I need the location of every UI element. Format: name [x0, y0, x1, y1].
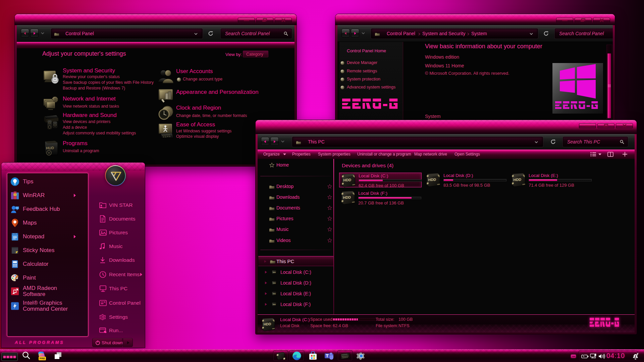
nav-desktop[interactable]: Desktop [276, 184, 293, 189]
start-right-thispc[interactable]: This PC [97, 282, 143, 295]
pin-star-icon[interactable] [327, 238, 332, 243]
category-title[interactable]: Hardware and Sound [63, 112, 117, 119]
network-icon[interactable] [590, 353, 597, 359]
pin-star-icon[interactable] [327, 205, 332, 210]
win3-nav-dropdown-icon[interactable] [281, 140, 284, 142]
devices-group-heading[interactable]: Devices and drives (4) [342, 163, 393, 169]
taskbar-app-store[interactable] [305, 350, 320, 361]
start-right-downloads[interactable]: Downloads [97, 253, 143, 267]
category-title[interactable]: Network and Internet [63, 96, 116, 102]
win1-search-icon[interactable] [284, 32, 288, 36]
win3-back-button[interactable] [261, 137, 269, 146]
win2-minimize-button[interactable] [556, 18, 573, 23]
win2-search-box[interactable]: Search Control Panel [555, 28, 613, 39]
start-app-sticky-notes[interactable]: Sticky Notes [5, 244, 78, 257]
category-title[interactable]: Ease of Access [176, 121, 215, 128]
win1-refresh-icon[interactable] [208, 31, 213, 36]
taskbar-search-icon[interactable] [22, 351, 31, 360]
win1-search-box[interactable]: Search Control Panel [221, 28, 292, 39]
shutdown-arrow-button[interactable] [123, 338, 133, 347]
start-button[interactable] [1, 353, 18, 361]
win1-back-button[interactable] [21, 29, 29, 38]
all-programs-label[interactable]: ALL PROGRAMS [15, 340, 64, 345]
win3-search-box[interactable]: Search This PC [563, 137, 628, 147]
win2-sidebar-item[interactable]: System protection [347, 77, 380, 81]
win3-refresh-icon[interactable] [550, 139, 556, 144]
nav-thispc[interactable]: This PC [276, 258, 294, 264]
start-right-documents[interactable]: Documents [97, 212, 143, 226]
win2-refresh-icon[interactable] [543, 31, 549, 36]
taskbar-app-teams[interactable] [321, 350, 336, 361]
expand-arrow-icon[interactable] [264, 260, 267, 263]
view-list-icon[interactable] [590, 152, 596, 157]
win2-maximize-button[interactable] [575, 18, 592, 23]
tray-hidden-icons-button[interactable] [571, 355, 576, 358]
expand-arrow-icon[interactable] [265, 270, 267, 274]
nav-drive-e[interactable]: Local Disk (E:) [280, 291, 311, 296]
expand-arrow-icon[interactable] [265, 303, 267, 306]
nav-drive-d[interactable]: Local Disk (D:) [280, 280, 311, 286]
clock-region-icon[interactable] [157, 105, 174, 121]
category-link[interactable]: Optimize visual display [176, 134, 219, 139]
command-organize-dropdown-icon[interactable] [283, 154, 286, 156]
win3-maximize-button[interactable] [597, 123, 614, 128]
win3-forward-button[interactable] [270, 137, 279, 146]
win2-close-button[interactable] [593, 18, 610, 23]
command-uninstall[interactable]: Uninstall or change a program [357, 152, 411, 157]
command-organize[interactable]: Organize [263, 152, 280, 157]
category-link[interactable]: Add a device [63, 125, 87, 130]
win3-close-button[interactable] [616, 123, 633, 128]
start-app-notepad[interactable]: Notepad [5, 230, 78, 243]
category-title[interactable]: User Accounts [176, 68, 213, 75]
win1-forward-button[interactable] [30, 29, 39, 38]
win2-address-bar[interactable]: Control Panel System and Security System [371, 28, 538, 39]
start-right-control-panel[interactable]: Control Panel [97, 296, 143, 310]
category-title[interactable]: System and Security [63, 67, 115, 74]
start-app-tips[interactable]: Tips [5, 175, 78, 188]
category-link[interactable]: View devices and printers [63, 119, 110, 124]
win2-crumb-control-panel[interactable]: Control Panel [387, 31, 415, 36]
category-title[interactable]: Programs [63, 140, 88, 147]
taskbar-app-edge[interactable] [289, 350, 304, 361]
taskbar-app-control-deck[interactable] [337, 350, 353, 361]
nav-documents[interactable]: Documents [276, 205, 300, 210]
start-right-music[interactable]: Music [97, 240, 143, 253]
win3-address-dropdown-icon[interactable] [535, 141, 538, 143]
pin-star-icon[interactable] [327, 184, 332, 189]
win2-address-dropdown-icon[interactable] [530, 33, 533, 35]
system-security-icon[interactable] [43, 70, 60, 85]
expand-arrow-icon[interactable] [265, 281, 267, 285]
nav-downloads[interactable]: Downloads [276, 194, 300, 200]
drive-tile-d[interactable]: Local Disk (D:) 83.5 GB free of 98.5 GB [424, 173, 507, 187]
win2-sidebar-item[interactable]: Remote settings [347, 69, 377, 73]
win3-minimize-button[interactable] [579, 123, 596, 128]
taskbar-app-file-box[interactable] [273, 350, 288, 361]
start-right-recent-items[interactable]: Recent Items [97, 268, 143, 281]
win1-address-dropdown-icon[interactable] [194, 33, 198, 35]
start-app-paint[interactable]: Paint [5, 271, 78, 285]
win2-crumb-system[interactable]: System [471, 31, 487, 36]
view-list-dropdown-icon[interactable] [598, 154, 601, 156]
win1-nav-dropdown-icon[interactable] [41, 32, 44, 34]
user-accounts-icon[interactable] [157, 69, 174, 84]
category-title[interactable]: Clock and Region [176, 105, 221, 111]
drive-tile-c[interactable]: Local Disk (C:) 62.4 GB free of 100 GB [339, 173, 422, 187]
notification-bell-icon[interactable] [632, 353, 639, 360]
taskbar-copilot-button[interactable]: PRE [36, 351, 47, 361]
command-open-settings[interactable]: Open Settings [454, 152, 480, 157]
start-app-intel-gcc[interactable]: Intel® Graphics Command Center [5, 299, 78, 313]
start-right-vinstar[interactable]: VIN STAR [97, 198, 143, 212]
win2-sidebar-home[interactable]: Control Panel Home [347, 48, 386, 53]
start-right-run[interactable]: Run... [97, 324, 143, 337]
win2-sidebar-item[interactable]: Advanced system settings [347, 85, 395, 89]
category-link[interactable]: Change date, time, or number formats [176, 113, 247, 118]
win2-back-button[interactable] [341, 29, 350, 38]
win2-scrollbar[interactable] [606, 45, 612, 119]
win2-crumb-system-security[interactable]: System and Security [422, 31, 465, 36]
win2-forward-button[interactable] [351, 29, 359, 38]
win1-address-bar[interactable]: Control Panel [51, 28, 203, 39]
drive-tile-f[interactable]: Local Disk (F:) 20.7 GB free of 136 GB [339, 190, 422, 205]
pin-star-icon[interactable] [327, 216, 332, 221]
shutdown-button[interactable]: Shut down [92, 338, 122, 347]
win1-breadcrumb[interactable]: Control Panel [65, 31, 94, 36]
